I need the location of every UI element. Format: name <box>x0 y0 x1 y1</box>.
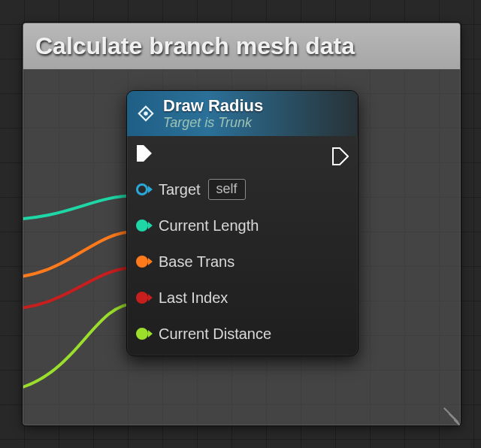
pin-label: Base Trans <box>159 253 234 271</box>
pin-socket-icon <box>136 254 151 269</box>
pin-label: Current Distance <box>159 325 271 343</box>
comment-title-bar[interactable]: Calculate branch mesh data <box>23 23 460 70</box>
pin-default-value[interactable]: self <box>208 179 246 200</box>
function-icon <box>138 105 154 122</box>
pin-label: Last Index <box>159 289 228 307</box>
pin-base-trans[interactable]: Base Trans <box>136 252 332 271</box>
pin-socket-icon <box>136 218 151 233</box>
node-title: Draw Radius <box>163 97 263 114</box>
svg-point-0 <box>144 111 148 116</box>
node-header[interactable]: Draw Radius Target is Trunk <box>127 91 358 136</box>
function-node-draw-radius[interactable]: Draw Radius Target is Trunk <box>126 90 358 356</box>
exec-arrow-outline-icon <box>332 147 349 165</box>
pin-current-distance[interactable]: Current Distance <box>136 324 332 344</box>
pin-current-length[interactable]: Current Length <box>136 216 332 235</box>
pin-label: Target <box>159 181 201 198</box>
pin-socket-icon <box>136 326 151 341</box>
exec-output-pin[interactable] <box>332 147 349 166</box>
node-subtitle: Target is Trunk <box>163 116 263 130</box>
node-body: Target self Current Length <box>127 136 358 356</box>
comment-resize-handle[interactable] <box>441 406 458 422</box>
pin-socket-icon <box>136 290 151 305</box>
exec-input-pin[interactable] <box>136 144 332 163</box>
comment-node[interactable]: Calculate branch mesh data <box>23 23 461 425</box>
pin-label: Current Length <box>159 217 259 235</box>
exec-arrow-icon <box>136 144 153 162</box>
pin-socket-icon <box>136 182 151 197</box>
comment-body: Draw Radius Target is Trunk <box>23 70 460 425</box>
pin-target[interactable]: Target self <box>136 180 332 199</box>
comment-title-text: Calculate branch mesh data <box>35 32 355 60</box>
pin-last-index[interactable]: Last Index <box>136 288 332 307</box>
